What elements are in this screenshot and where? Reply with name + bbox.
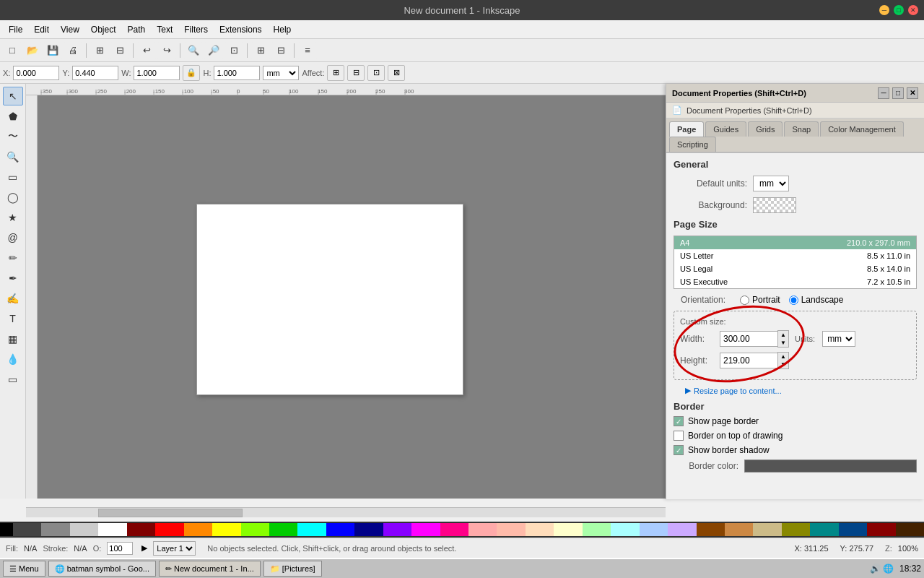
tweak-tool[interactable]: 〜: [3, 127, 23, 146]
h-scroll-thumb[interactable]: [98, 509, 243, 517]
tab-scripting[interactable]: Scripting: [669, 137, 716, 152]
dropper-tool[interactable]: 💧: [3, 350, 23, 368]
color-tan[interactable]: [725, 523, 753, 536]
border-on-top-checkbox[interactable]: [674, 431, 684, 441]
page-size-a4[interactable]: A4 210.0 x 297.0 mm: [674, 236, 916, 249]
select-tool[interactable]: ↖: [3, 87, 23, 105]
rect-tool[interactable]: ▭: [3, 168, 23, 186]
resize-page-link[interactable]: ▶ Resize page to content...: [674, 386, 917, 395]
color-aqua[interactable]: [611, 523, 639, 536]
color-brown[interactable]: [697, 523, 725, 536]
y-input[interactable]: [72, 66, 118, 80]
units-select[interactable]: mm px in: [263, 66, 299, 80]
color-lightgreen[interactable]: [583, 523, 611, 536]
show-page-border-row[interactable]: ✓ Show page border: [674, 416, 917, 426]
show-page-border-checkbox[interactable]: ✓: [674, 416, 684, 426]
color-purple[interactable]: [383, 523, 411, 536]
opacity-input[interactable]: [107, 542, 133, 555]
color-navy[interactable]: [839, 523, 867, 536]
star-tool[interactable]: ★: [3, 208, 23, 227]
menu-extensions[interactable]: Extensions: [214, 23, 268, 36]
tab-grids[interactable]: Grids: [748, 121, 783, 137]
color-darkred[interactable]: [127, 523, 155, 536]
tab-page[interactable]: Page: [669, 121, 704, 138]
x-input[interactable]: [13, 66, 59, 80]
color-maroon[interactable]: [867, 523, 895, 536]
color-peach[interactable]: [526, 523, 554, 536]
color-lightgray[interactable]: [70, 523, 98, 536]
color-hotpink[interactable]: [440, 523, 468, 536]
zoom-fit-button[interactable]: ⊡: [225, 42, 243, 59]
border-color-swatch[interactable]: [744, 460, 917, 473]
maximize-button[interactable]: □: [894, 5, 904, 15]
panel-close-button[interactable]: ✕: [907, 87, 918, 99]
show-border-shadow-row[interactable]: ✓ Show border shadow: [674, 445, 917, 455]
color-sky[interactable]: [640, 523, 668, 536]
callig-tool[interactable]: ✍: [3, 289, 23, 308]
save-button[interactable]: 💾: [43, 42, 62, 59]
export-button[interactable]: ⊟: [110, 42, 129, 59]
color-white[interactable]: [98, 523, 126, 536]
pen-tool[interactable]: ✒: [3, 269, 23, 288]
text-tool[interactable]: T: [3, 309, 23, 328]
color-cyan[interactable]: [297, 523, 326, 536]
ellipse-tool[interactable]: ◯: [3, 188, 23, 207]
menu-filters[interactable]: Filters: [178, 23, 214, 36]
minimize-button[interactable]: ─: [879, 5, 889, 15]
width-down-button[interactable]: ▼: [778, 339, 788, 347]
pencil-tool[interactable]: ✏: [3, 249, 23, 267]
taskbar-menu[interactable]: ☰ Menu: [3, 561, 45, 577]
color-yellowgreen[interactable]: [241, 523, 269, 536]
taskbar-firefox[interactable]: 🌐 batman symbol - Goo...: [48, 561, 156, 577]
color-red[interactable]: [155, 523, 183, 536]
zoom-tool[interactable]: 🔍: [3, 147, 23, 166]
color-darkgray[interactable]: [13, 523, 41, 536]
color-lavender[interactable]: [668, 523, 696, 536]
custom-units-select[interactable]: mm px in: [822, 331, 855, 347]
color-green[interactable]: [269, 523, 297, 536]
menu-path[interactable]: Path: [122, 23, 152, 36]
print-button[interactable]: 🖨: [64, 42, 82, 59]
menu-edit[interactable]: Edit: [28, 23, 55, 36]
color-olive[interactable]: [782, 523, 810, 536]
undo-button[interactable]: ↩: [137, 42, 156, 59]
menu-help[interactable]: Help: [268, 23, 297, 36]
new-button[interactable]: □: [3, 42, 22, 59]
color-lightyellow[interactable]: [554, 523, 582, 536]
zoom-out-button[interactable]: 🔎: [204, 42, 223, 59]
color-gray[interactable]: [41, 523, 69, 536]
show-border-shadow-checkbox[interactable]: ✓: [674, 445, 684, 455]
w-input[interactable]: [134, 66, 180, 80]
align-button[interactable]: ≡: [298, 42, 317, 59]
menu-view[interactable]: View: [55, 23, 85, 36]
color-darkbrown[interactable]: [896, 523, 924, 536]
color-black[interactable]: [0, 523, 13, 536]
spiral-tool[interactable]: @: [3, 228, 23, 247]
background-color-swatch[interactable]: [753, 197, 796, 213]
zoom-in-button[interactable]: 🔍: [184, 42, 203, 59]
landscape-radio-label[interactable]: Landscape: [789, 295, 844, 305]
redo-button[interactable]: ↪: [157, 42, 176, 59]
color-darkblue[interactable]: [354, 523, 383, 536]
h-input[interactable]: [214, 66, 260, 80]
lock-aspect-button[interactable]: 🔒: [183, 65, 200, 81]
color-lightpink[interactable]: [468, 523, 497, 536]
height-down-button[interactable]: ▼: [778, 361, 788, 368]
page-size-us-executive[interactable]: US Executive 7.2 x 10.5 in: [674, 275, 916, 288]
portrait-radio[interactable]: [740, 296, 749, 305]
menu-object[interactable]: Object: [85, 23, 122, 36]
tab-snap[interactable]: Snap: [784, 121, 819, 137]
menu-file[interactable]: File: [3, 23, 28, 36]
layer-select[interactable]: Layer 1: [153, 541, 196, 556]
color-yellow[interactable]: [212, 523, 240, 536]
default-units-select[interactable]: mm px in cm: [753, 176, 789, 191]
affect-btn2[interactable]: ⊟: [347, 65, 365, 81]
height-input[interactable]: [720, 353, 777, 368]
page-size-list[interactable]: A4 210.0 x 297.0 mm US Letter 8.5 x 11.0…: [674, 236, 917, 289]
width-input[interactable]: [720, 331, 777, 347]
affect-btn1[interactable]: ⊞: [327, 65, 344, 81]
group-button[interactable]: ⊞: [251, 42, 270, 59]
width-up-button[interactable]: ▲: [778, 331, 788, 339]
open-button[interactable]: 📂: [23, 42, 42, 59]
panel-minimize-button[interactable]: ─: [878, 87, 889, 99]
